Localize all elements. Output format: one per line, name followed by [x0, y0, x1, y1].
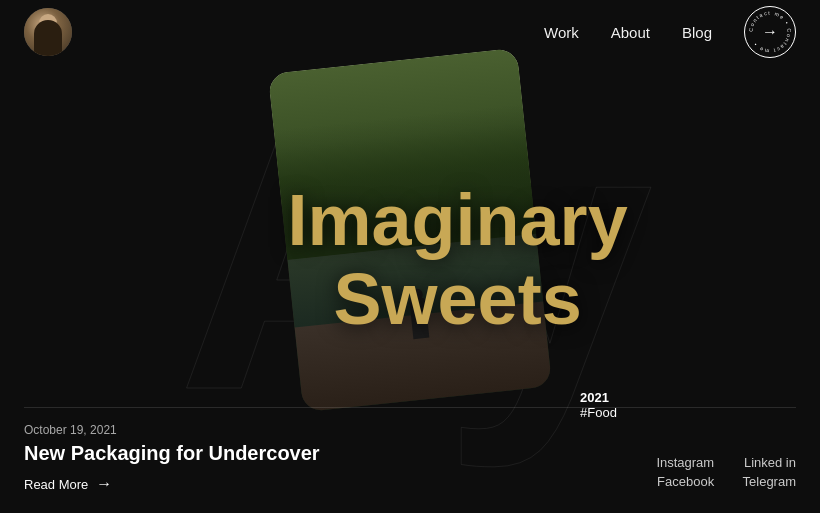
- social-linkedin[interactable]: Linked in: [738, 455, 796, 470]
- social-links: Instagram Linked in Facebook Telegram: [656, 455, 796, 489]
- read-more-arrow-icon: →: [96, 475, 112, 493]
- social-telegram[interactable]: Telegram: [738, 474, 796, 489]
- year-text: 2021: [580, 390, 617, 405]
- arrow-icon: →: [762, 23, 778, 41]
- read-more-text: Read More: [24, 477, 88, 492]
- social-facebook[interactable]: Facebook: [656, 474, 714, 489]
- post-date: October 19, 2021: [24, 423, 320, 437]
- card-trees: [268, 48, 536, 260]
- blog-section: October 19, 2021 New Packaging for Under…: [0, 407, 820, 513]
- nav-blog[interactable]: Blog: [682, 24, 712, 41]
- nav-work[interactable]: Work: [544, 24, 579, 41]
- contact-circle-button[interactable]: Contact me • Contact me • →: [744, 6, 796, 58]
- social-instagram[interactable]: Instagram: [656, 455, 714, 470]
- read-more-link[interactable]: Read More →: [24, 475, 320, 493]
- nav-about[interactable]: About: [611, 24, 650, 41]
- logo-avatar[interactable]: [24, 8, 72, 56]
- hero-card: [268, 48, 552, 412]
- site-header: Work About Blog Contact me • Contact me …: [0, 0, 820, 64]
- post-title: New Packaging for Undercover: [24, 441, 320, 465]
- blog-post: October 19, 2021 New Packaging for Under…: [24, 423, 320, 493]
- main-nav: Work About Blog Contact me • Contact me …: [544, 6, 796, 58]
